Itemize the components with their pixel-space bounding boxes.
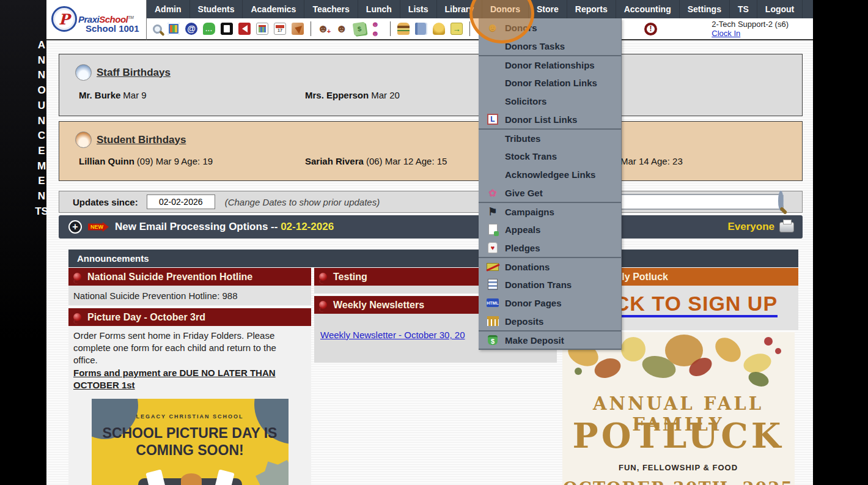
library-binder-icon[interactable] — [415, 23, 427, 35]
speaker-icon[interactable] — [238, 23, 251, 35]
logo-block: P PraxiSchoolTM School 1001 — [46, 0, 147, 40]
menu-item-give-get[interactable]: ✿ Give Get — [479, 183, 621, 202]
nav-students[interactable]: Students — [190, 0, 243, 18]
blank-icon-slot — [486, 40, 499, 52]
updates-date-input[interactable] — [147, 194, 215, 209]
banner-date: 02-12-2026 — [281, 221, 334, 232]
menu-item-donor-relationships[interactable]: Donor Relationships — [479, 55, 621, 73]
lunch-icon[interactable] — [397, 23, 410, 35]
menu-item-donor-list-links[interactable]: L Donor List Links — [479, 110, 621, 128]
list-links-icon: L — [486, 113, 499, 125]
calendar-color-icon[interactable] — [256, 23, 268, 35]
picture-day-body: Order Forms sent home in Friday Folders.… — [68, 326, 311, 485]
menu-item-appeals[interactable]: Appeals — [479, 220, 621, 239]
payments-icon[interactable]: $ — [353, 22, 367, 36]
nav-lists[interactable]: Lists — [400, 0, 437, 18]
blank-icon-slot — [486, 59, 499, 71]
weekly-newsletter-link[interactable]: Weekly Newsletter - October 30, 20 — [320, 330, 465, 340]
chat-icon[interactable]: ... — [203, 23, 215, 35]
nav-admin[interactable]: Admin — [147, 0, 190, 18]
toolbar-divider — [390, 21, 391, 36]
audience-label[interactable]: Everyone — [727, 221, 774, 233]
toolbar-divider — [469, 21, 470, 36]
add-person-icon[interactable]: ☻ — [318, 23, 330, 35]
printer-icon[interactable] — [779, 222, 794, 232]
menu-item-donor-pages[interactable]: HTML Donor Pages — [479, 294, 621, 312]
nav-ts[interactable]: TS — [730, 0, 757, 18]
bell-icon[interactable] — [433, 23, 445, 35]
search-icon[interactable] — [153, 24, 162, 34]
menu-item-campaigns[interactable]: ⚑ Campaigns — [479, 202, 621, 220]
calendar-date-icon[interactable] — [274, 23, 286, 35]
nav-settings[interactable]: Settings — [680, 0, 730, 18]
nav-teachers[interactable]: Teachers — [304, 0, 358, 18]
student-birthdays-title[interactable]: Student Birthdays — [97, 134, 186, 146]
schedule-grid-icon[interactable] — [167, 23, 180, 35]
staff-person-icon[interactable]: ☻ — [336, 23, 348, 35]
menu-item-make-deposit[interactable]: $ Make Deposit — [479, 330, 621, 349]
family-icon[interactable]: ☻☻ — [371, 23, 383, 35]
email-icon[interactable]: @ — [185, 23, 197, 35]
menu-item-donations[interactable]: Donations — [479, 257, 621, 275]
app-surface: P PraxiSchoolTM School 1001 Admin Studen… — [46, 0, 813, 485]
search-submit-icon[interactable] — [778, 193, 784, 209]
menu-item-donation-trans[interactable]: Donation Trans — [479, 275, 621, 294]
mobile-phone-icon[interactable] — [221, 23, 233, 35]
student-birthday-entry: Sariah Rivera(06) Mar 12 Age: 15 — [305, 156, 447, 166]
menu-item-donors[interactable]: ☻ Donors — [479, 18, 621, 37]
poster-headline: SCHOOL PICTURE DAY IS COMING SOON! — [92, 424, 289, 459]
money-bag-icon: $ — [486, 334, 499, 346]
nav-donors[interactable]: Donors — [482, 0, 529, 18]
nav-reports[interactable]: Reports — [567, 0, 616, 18]
html-page-icon: HTML — [486, 297, 499, 309]
pushpin-icon — [73, 313, 81, 321]
updates-hint: (Change Dates to show prior updates) — [225, 197, 380, 207]
nav-store[interactable]: Store — [529, 0, 567, 18]
blank-icon-slot — [486, 95, 499, 107]
nav-academics[interactable]: Academics — [243, 0, 304, 18]
campaign-flag-icon: ⚑ — [486, 205, 499, 218]
nav-lunch[interactable]: Lunch — [358, 0, 400, 18]
nav-accounting[interactable]: Accounting — [616, 0, 680, 18]
menu-item-acknowledgee-links[interactable]: Acknowledgee Links — [479, 165, 621, 183]
blank-icon-slot — [486, 168, 499, 180]
user-session-box: 2-Tech Support-2 (s6) Clock In — [712, 20, 789, 38]
announcements-header: Announcements — [68, 250, 798, 267]
potluck-line3: FUN, FELLOWSHIP & FOOD — [562, 463, 795, 472]
menu-item-pledges[interactable]: ♥ Pledges — [479, 239, 621, 257]
potluck-line2: POTLUCK — [562, 415, 795, 456]
megaphone-icon[interactable] — [292, 23, 304, 35]
updates-bar: Updates since: (Change Dates to show pri… — [59, 191, 803, 213]
student-birthdays-panel: Student Birthdays Lillian Quinn(09) Mar … — [59, 121, 803, 181]
staff-birthday-entry: Mr. BurkeMar 9 — [79, 90, 147, 100]
pushpin-icon — [319, 301, 327, 309]
nav-logout[interactable]: Logout — [757, 0, 803, 18]
menu-item-deposits[interactable]: Deposits — [479, 312, 621, 330]
menu-item-stock-trans[interactable]: Stock Trans — [479, 147, 621, 165]
expand-plus-icon[interactable]: + — [68, 220, 82, 234]
menu-item-donor-relation-links[interactable]: Donor Relation Links — [479, 73, 621, 92]
clock-in-link[interactable]: Clock In — [712, 29, 789, 38]
blank-icon-slot — [486, 150, 499, 162]
announcement-bar-picture-day[interactable]: Picture Day - October 3rd — [68, 308, 311, 326]
nav-library[interactable]: Library — [437, 0, 482, 18]
menu-item-tributes[interactable]: Tributes — [479, 128, 621, 147]
picture-day-due-text: Forms and payment are DUE NO LATER THAN … — [73, 367, 295, 391]
school-name: School 1001 — [86, 23, 139, 34]
potluck-poster-image: ANNUAL FALL FAMILY POTLUCK FUN, FELLOWSH… — [562, 332, 795, 485]
staff-birthdays-title[interactable]: Staff Birthdays — [97, 67, 171, 79]
announcements-left-column: National Suicide Prevention Hotline Nati… — [68, 268, 311, 485]
staff-birthdays-panel: Staff Birthdays Mr. BurkeMar 9 Mrs. Eppe… — [59, 54, 803, 116]
announcement-bar-suicide-hotline[interactable]: National Suicide Prevention Hotline — [68, 268, 311, 286]
alert-icon[interactable]: ! — [644, 23, 657, 35]
blank-icon-slot — [486, 76, 499, 89]
send-note-icon[interactable]: → — [451, 23, 463, 35]
staff-birthday-entry: Mrs. EppersonMar 20 — [305, 90, 400, 100]
pushpin-icon — [73, 273, 81, 281]
menu-item-donors-tasks[interactable]: Donors Tasks — [479, 37, 621, 55]
give-get-icon: ✿ — [486, 187, 499, 199]
banner-text: New Email Processing Options -- 02-12-20… — [115, 221, 334, 233]
new-badge-icon: NEW — [88, 222, 109, 232]
bank-icon — [486, 315, 499, 327]
menu-item-solicitors[interactable]: Solicitors — [479, 92, 621, 110]
